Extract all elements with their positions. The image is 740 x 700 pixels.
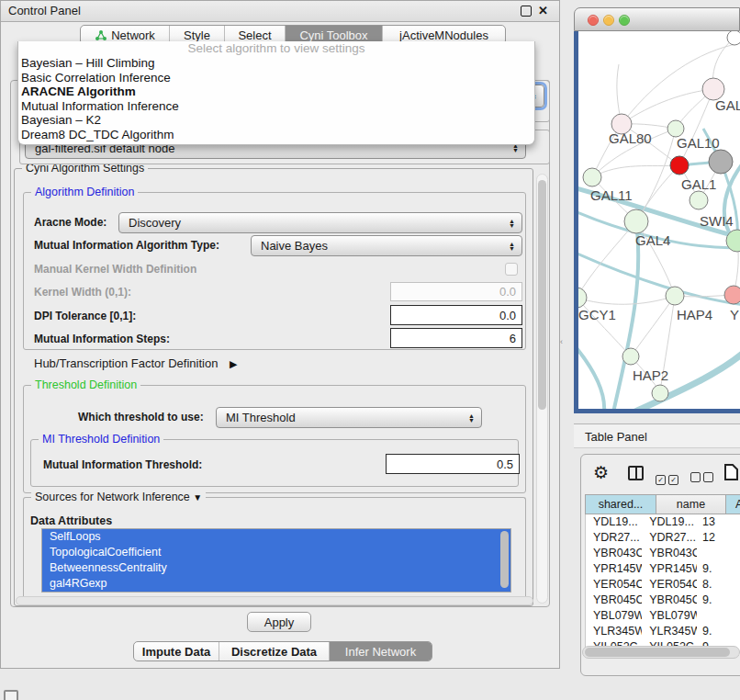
table-header-row: shared... name A (585, 494, 740, 514)
show-checked-columns-icon[interactable]: ✓✓ (656, 469, 678, 486)
mi-type-label: Mutual Information Algorithm Type: (34, 235, 219, 256)
tab-infer-network[interactable]: Infer Network (329, 642, 432, 660)
node-gal11[interactable] (583, 168, 601, 186)
list-item-topologicalcoefficient[interactable]: TopologicalCoefficient (42, 545, 510, 560)
node-red-selected[interactable] (670, 156, 689, 175)
node-hap4[interactable] (666, 287, 684, 305)
table-body: YDL19... YDL19... 13 YDR27... YDR27... 1… (585, 514, 740, 655)
table-row[interactable]: YBR043C YBR043C (586, 546, 740, 561)
float-window-icon[interactable] (521, 6, 532, 17)
network-edge[interactable] (578, 296, 675, 304)
dropdown-item-dream8[interactable]: Dream8 DC_TDC Algorithm (18, 128, 534, 142)
zoom-traffic-light[interactable] (619, 15, 630, 26)
which-threshold-value: MI Threshold (226, 411, 296, 424)
network-view-canvas[interactable]: GAL GAL80 GAL10 GAL1 GAL11 SWI4 GAL4 GCY… (578, 31, 740, 409)
table-row[interactable]: YDR27... YDR27... 12 (586, 530, 740, 546)
column-header-cut[interactable]: A (726, 494, 740, 514)
data-attributes-list: SelfLoops TopologicalCoefficient Between… (41, 528, 511, 593)
dpi-tolerance-input[interactable]: 0.0 (390, 305, 522, 325)
minimize-traffic-light[interactable] (603, 15, 614, 26)
algorithm-dropdown-list: Select algorithm to view settings Bayesi… (17, 41, 535, 145)
aracne-mode-combobox[interactable]: Discovery ▲▼ (118, 212, 522, 233)
table-row[interactable]: YBL079W YBL079W (586, 608, 740, 624)
combo-arrows-icon: ▲▼ (509, 242, 515, 251)
table-panel-title: Table Panel (574, 430, 647, 444)
node-label-gal1: GAL1 (681, 176, 716, 192)
node-gal1[interactable] (690, 191, 708, 209)
node-gcy1[interactable] (578, 288, 587, 308)
settings-hscrollbar-track[interactable] (16, 596, 533, 605)
mi-steps-input[interactable]: 6 (390, 328, 522, 348)
gear-icon[interactable]: ⚙ (593, 462, 609, 483)
hub-definition-expander[interactable]: Hub/Transcription Factor Definition ▶ (34, 356, 237, 372)
control-panel-window: Control Panel ✕ Network Style (0, 0, 560, 669)
dropdown-item-basic-correlation[interactable]: Basic Correlation Inference (18, 71, 534, 85)
new-table-icon[interactable] (723, 463, 739, 485)
mi-threshold-label: Mutual Information Threshold: (43, 455, 202, 475)
table-row[interactable]: YER054C YER054C 8. (586, 577, 740, 593)
network-graph: GAL GAL80 GAL10 GAL1 GAL11 SWI4 GAL4 GCY… (578, 31, 740, 409)
node-y-cut[interactable] (724, 286, 740, 304)
table-hscrollbar-track[interactable] (582, 646, 740, 659)
settings-scrollbar-thumb[interactable] (538, 180, 546, 410)
mi-type-combobox[interactable]: Naive Bayes ▲▼ (251, 235, 522, 256)
control-panel-titlebar: Control Panel ✕ (1, 1, 559, 22)
node-gray[interactable] (709, 150, 733, 174)
split-columns-icon[interactable] (628, 466, 644, 480)
node-label-gal10: GAL10 (677, 135, 720, 151)
network-edge[interactable] (631, 296, 675, 356)
chevron-right-icon: ▶ (230, 356, 237, 372)
node-unlabeled[interactable] (652, 385, 668, 401)
dropdown-item-aracne[interactable]: ARACNE Algorithm (18, 85, 534, 99)
dropdown-item-bayesian-hill-climbing[interactable]: Bayesian – Hill Climbing (18, 56, 534, 71)
chevron-down-icon[interactable]: ▼ (193, 492, 202, 502)
node-label-gcy1: GCY1 (578, 307, 616, 322)
network-edge[interactable] (679, 89, 713, 165)
mi-steps-label: Mutual Information Steps: (34, 329, 170, 349)
tab-discretize-data[interactable]: Discretize Data (219, 642, 329, 660)
kernel-width-input[interactable]: 0.0 (390, 282, 522, 301)
combo-arrows-icon: ▲▼ (509, 219, 515, 228)
manual-kernel-checkbox[interactable] (505, 263, 518, 276)
network-window-titlebar[interactable] (574, 7, 740, 31)
panel-divider-handle[interactable]: ‹ (560, 336, 567, 347)
application-root: Control Panel ✕ Network Style (0, 0, 740, 700)
tab-impute-data[interactable]: Impute Data (134, 642, 219, 660)
dropdown-prompt: Select algorithm to view settings (18, 41, 534, 56)
dropdown-item-bayesian-k2[interactable]: Bayesian – K2 (18, 113, 534, 128)
table-row[interactable]: YLR345W YLR345W 9. (586, 624, 740, 639)
settings-scrollbar-track[interactable] (536, 174, 548, 604)
column-header-name[interactable]: name (656, 494, 726, 514)
combo-arrows-icon: ▲▼ (468, 413, 475, 423)
node-unlabeled[interactable] (727, 31, 740, 45)
network-edge[interactable] (578, 221, 636, 298)
close-traffic-light[interactable] (588, 15, 599, 26)
node-gal4[interactable] (624, 209, 648, 233)
column-header-shared-name[interactable]: shared... (585, 494, 656, 514)
node-label-gal80: GAL80 (609, 130, 652, 146)
hide-columns-icon[interactable] (690, 469, 713, 486)
network-edge[interactable] (622, 89, 713, 124)
node-label-y-cut: Y (730, 307, 739, 322)
table-row[interactable]: YDL19... YDL19... 13 (586, 514, 740, 530)
apply-button[interactable]: Apply (247, 612, 311, 632)
network-edge[interactable] (592, 165, 679, 177)
dropdown-item-mutual-information[interactable]: Mutual Information Inference (18, 99, 534, 114)
control-panel-title: Control Panel (8, 1, 81, 21)
table-row[interactable]: YPR145W YPR145W 9. (586, 561, 740, 577)
node-hap2[interactable] (622, 348, 639, 365)
network-edge[interactable] (578, 344, 604, 409)
list-item-selfloops[interactable]: SelfLoops (42, 529, 510, 545)
table-row[interactable]: YBR045C YBR045C 9. (586, 593, 740, 608)
table-hscrollbar-thumb[interactable] (585, 648, 730, 657)
mi-type-value: Naive Bayes (261, 239, 328, 253)
kernel-width-label: Kernel Width (0,1): (34, 283, 131, 302)
list-item-gal4rgexp[interactable]: gal4RGexp (42, 576, 510, 592)
close-icon[interactable]: ✕ (538, 1, 548, 21)
mi-threshold-input[interactable]: 0.5 (386, 454, 520, 474)
network-edge[interactable] (578, 252, 740, 305)
corner-widget-fragment (4, 690, 18, 700)
list-item-betweennesscentrality[interactable]: BetweennessCentrality (42, 560, 510, 576)
which-threshold-combobox[interactable]: MI Threshold ▲▼ (216, 407, 482, 428)
list-scrollbar-thumb[interactable] (500, 531, 509, 588)
